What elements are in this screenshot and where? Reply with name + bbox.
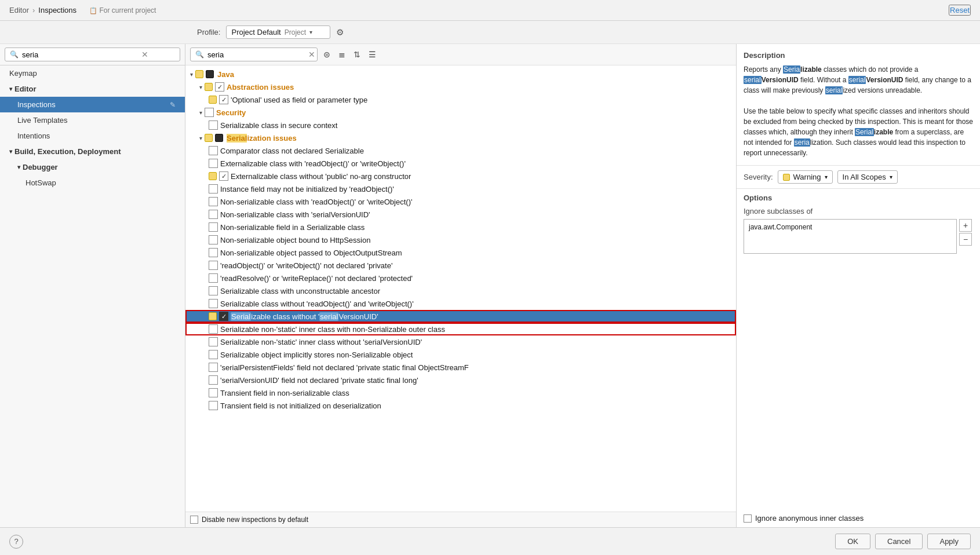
enable-checkbox[interactable] [209,299,218,308]
clear-icon[interactable]: ✕ [141,50,148,59]
help-button[interactable]: ? [9,535,23,549]
enable-checkbox[interactable] [209,121,218,130]
tree-item-non-serial-httpsession[interactable]: Non-serializable object bound to HttpSes… [185,233,736,246]
profile-row: Profile: Project Default Project ▾ ⚙ [0,21,980,44]
add-ignore-button[interactable]: + [959,219,972,232]
enable-checkbox[interactable] [209,261,218,270]
tree-item-transient-nonserial[interactable]: Transient field in non-serializable clas… [185,386,736,399]
tree-item-readobject-private[interactable]: 'readObject()' or 'writeObject()' not de… [185,259,736,272]
enable-checkbox[interactable] [209,210,218,219]
sidebar-group-build[interactable]: ▾ Build, Execution, Deployment [0,144,185,159]
tree-item-serial-secure[interactable]: Serializable class in secure context [185,119,736,132]
scope-select[interactable]: In All Scopes ▾ [837,170,898,184]
enable-checkbox[interactable] [209,375,218,385]
tree-item-label: Abstraction issues [227,83,294,92]
severity-indicator [195,70,203,78]
filter-button[interactable]: ⊜ [321,49,333,60]
tree-item-externalizable-noarg[interactable]: Externalizable class without 'public' no… [185,170,736,182]
tree-item-instance-field[interactable]: Instance field may not be initialized by… [185,182,736,195]
enable-checkbox[interactable] [209,235,218,244]
sidebar: 🔍 ✕ Keymap ▾ Editor Inspections ✎ Live T… [0,44,185,527]
enable-checkbox[interactable] [209,197,218,206]
enable-checkbox[interactable] [209,363,218,372]
for-current-project: 📋 For current project [89,6,156,14]
profile-select[interactable]: Project Default Project ▾ [226,25,330,39]
arrow-icon: ▾ [199,84,202,90]
sidebar-item-hotswap[interactable]: HotSwap [0,175,185,191]
tree-item-abstraction[interactable]: ▾ Abstraction issues [185,81,736,93]
sidebar-item-intentions[interactable]: Intentions [0,128,185,144]
description-text: Reports any Serializable classes which d… [744,64,973,158]
clear-icon[interactable]: ✕ [308,50,315,59]
options-section: Options Ignore subclasses of java.awt.Co… [737,189,980,509]
enable-checkbox[interactable] [215,82,224,92]
tree-item-serial-no-versionuid[interactable]: Serializable class without 'serialVersio… [185,310,736,323]
enable-checkbox[interactable] [209,286,218,295]
tree-item-readresolve-protected[interactable]: 'readResolve()' or 'writeReplace()' not … [185,272,736,284]
enable-checkbox[interactable] [209,222,218,232]
sort-button[interactable]: ≣ [336,49,348,60]
tree-item-serial-nonstatic-inner[interactable]: Serializable non-'static' inner class wi… [185,323,736,335]
severity-select[interactable]: Warning ▾ [778,170,833,184]
sidebar-group-debugger[interactable]: ▾ Debugger [0,159,185,175]
expand-button[interactable]: ⇅ [351,49,363,60]
ignore-anon-label: Ignore anonymous inner classes [755,514,864,523]
tree-item-non-serial-readwrite[interactable]: Non-serializable class with 'readObject(… [185,195,736,208]
enable-checkbox[interactable] [209,337,218,346]
sidebar-item-inspections[interactable]: Inspections ✎ [0,97,185,112]
apply-button[interactable]: Apply [927,534,971,549]
enable-checkbox[interactable] [209,350,218,359]
top-bar: Editor › Inspections 📋 For current proje… [0,0,980,21]
tree-item-label: Transient field is not initialized on de… [220,401,381,410]
tree-item-optional-field[interactable]: 'Optional' used as field or parameter ty… [185,93,736,106]
enable-checkbox[interactable] [209,146,218,155]
tree-item-java[interactable]: ▾ Java [185,68,736,81]
reset-button[interactable]: Reset [949,5,971,16]
arrow-down-icon: ▾ [9,148,12,155]
ignore-anon-checkbox[interactable] [744,514,752,523]
inspection-search-input[interactable] [207,50,305,59]
tree-item-externalizable-readwrite[interactable]: Externalizable class with 'readObject()'… [185,157,736,170]
enable-checkbox[interactable] [219,312,228,321]
collapse-button[interactable]: ☰ [366,49,378,60]
gear-icon[interactable]: ⚙ [336,27,344,38]
tree-item-serial-unconstructable[interactable]: Serializable class with unconstructable … [185,284,736,297]
tree-item-serial-versionuid-long[interactable]: 'serialVersionUID' field not declared 'p… [185,374,736,386]
enable-checkbox[interactable] [209,159,218,168]
enable-checkbox[interactable] [209,184,218,193]
tree-item-serial-implicit[interactable]: Serializable object implicitly stores no… [185,348,736,361]
enable-checkbox[interactable] [209,401,218,410]
tree-item-serialization[interactable]: ▾ Serialization issues [185,132,736,144]
sidebar-search-input[interactable] [22,50,138,59]
tree-item-non-serial-field[interactable]: Non-serializable field in a Serializable… [185,221,736,233]
remove-ignore-button[interactable]: − [959,233,972,246]
edit-icon[interactable]: ✎ [170,101,176,109]
sidebar-group-editor[interactable]: ▾ Editor [0,81,185,97]
cancel-button[interactable]: Cancel [875,534,923,549]
enable-checkbox[interactable] [209,273,218,283]
severity-indicator [209,312,217,320]
profile-tag: Project [285,28,306,36]
ok-button[interactable]: OK [835,534,870,549]
tree-item-non-serial-outputstream[interactable]: Non-serializable object passed to Object… [185,246,736,259]
ignore-list: java.awt.Component [744,219,957,254]
enable-checkbox[interactable] [219,171,228,181]
enable-checkbox[interactable] [205,108,214,117]
enable-checkbox[interactable] [209,388,218,397]
tree-item-serial-nonstatic-noversionuid[interactable]: Serializable non-'static' inner class wi… [185,335,736,348]
ignore-list-item[interactable]: java.awt.Component [746,222,954,232]
tree-item-non-serial-versionuid[interactable]: Non-serializable class with 'serialVersi… [185,208,736,221]
tree-item-label: Instance field may not be initialized by… [220,185,394,193]
tree-item-serial-persistentfields[interactable]: 'serialPersistentFields' field not decla… [185,361,736,374]
enable-checkbox[interactable] [209,248,218,257]
enable-checkbox[interactable] [219,95,228,104]
tree-item-serial-no-readwrite[interactable]: Serializable class without 'readObject()… [185,297,736,310]
enable-checkbox[interactable] [209,324,218,334]
tree-item-security[interactable]: ▾ Security [185,106,736,119]
tree-item-comparator[interactable]: Comparator class not declared Serializab… [185,144,736,157]
tree-item-transient-deserialization[interactable]: Transient field is not initialized on de… [185,399,736,412]
search-box: 🔍 ✕ [190,48,318,61]
sidebar-item-keymap[interactable]: Keymap [0,65,185,81]
disable-checkbox[interactable] [190,516,198,524]
sidebar-item-live-templates[interactable]: Live Templates [0,112,185,128]
